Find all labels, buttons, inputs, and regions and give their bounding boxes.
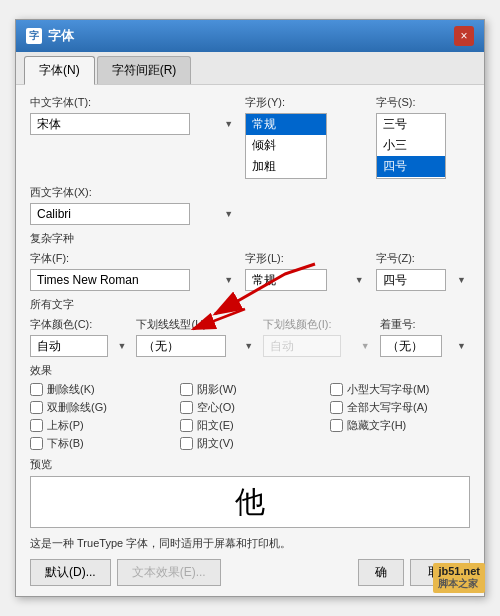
effect-subscript-label: 下标(B)	[47, 436, 84, 451]
size-option-small3[interactable]: 小三	[377, 135, 445, 156]
font-color-label: 字体颜色(C):	[30, 317, 130, 332]
font-color-arrow-icon: ▼	[118, 341, 127, 351]
complex-size-label: 字号(Z):	[376, 251, 470, 266]
effect-small-caps[interactable]: 小型大写字母(M)	[330, 382, 470, 397]
complex-shape-label: 字形(L):	[245, 251, 367, 266]
complex-font-label: 字体(F):	[30, 251, 237, 266]
footer-note: 这是一种 TrueType 字体，同时适用于屏幕和打印机。	[30, 536, 470, 551]
chinese-font-select[interactable]: 宋体	[30, 113, 190, 135]
watermark: jb51.net脚本之家	[433, 563, 485, 593]
tab-bar: 字体(N) 字符间距(R)	[16, 52, 484, 85]
emphasis-arrow-icon: ▼	[457, 341, 466, 351]
tab-character-spacing[interactable]: 字符间距(R)	[97, 56, 192, 84]
all-text-label: 所有文字	[30, 297, 470, 312]
effect-superscript-checkbox[interactable]	[30, 419, 43, 432]
effect-outline-checkbox[interactable]	[180, 401, 193, 414]
effect-double-strikethrough[interactable]: 双删除线(G)	[30, 400, 170, 415]
size-listbox[interactable]: 三号 小三 四号	[376, 113, 446, 179]
effect-subscript[interactable]: 下标(B)	[30, 436, 170, 451]
effect-strikethrough-label: 删除线(K)	[47, 382, 95, 397]
chinese-font-arrow: ▼	[224, 119, 233, 129]
shape-option-regular[interactable]: 常规	[246, 114, 326, 135]
underline-type-arrow-icon: ▼	[244, 341, 253, 351]
preview-label: 预览	[30, 457, 470, 472]
effect-shadow-label: 阴影(W)	[197, 382, 237, 397]
complex-font-arrow-icon: ▼	[224, 275, 233, 285]
default-button[interactable]: 默认(D)...	[30, 559, 111, 586]
western-font-label: 西文字体(X):	[30, 185, 237, 200]
tab-font[interactable]: 字体(N)	[24, 56, 95, 85]
effect-all-caps-checkbox[interactable]	[330, 401, 343, 414]
underline-type-label: 下划线线型(U):	[136, 317, 257, 332]
shape-option-italic[interactable]: 倾斜	[246, 135, 326, 156]
effect-superscript[interactable]: 上标(P)	[30, 418, 170, 433]
chinese-font-label: 中文字体(T):	[30, 95, 237, 110]
complex-font-section-label: 复杂字种	[30, 231, 470, 246]
effect-subscript-checkbox[interactable]	[30, 437, 43, 450]
effect-engrave-checkbox[interactable]	[180, 437, 193, 450]
effects-label: 效果	[30, 363, 470, 378]
underline-color-select: 自动	[263, 335, 341, 357]
window-title: 字体	[48, 27, 74, 45]
size-option-3[interactable]: 三号	[377, 114, 445, 135]
font-color-select[interactable]: 自动	[30, 335, 108, 357]
complex-shape-select[interactable]: 常规	[245, 269, 327, 291]
emphasis-select[interactable]: （无）	[380, 335, 442, 357]
western-font-select[interactable]: Calibri	[30, 203, 190, 225]
effects-grid: 删除线(K) 阴影(W) 小型大写字母(M) 双删除线(G)	[30, 382, 470, 451]
close-button[interactable]: ×	[454, 26, 474, 46]
font-dialog: 字 字体 × 字体(N) 字符间距(R) 中文字体(T): 宋体 ▼	[15, 19, 485, 597]
emphasis-label: 着重号:	[380, 317, 470, 332]
underline-type-select[interactable]: （无）	[136, 335, 226, 357]
effect-outline-label: 空心(O)	[197, 400, 235, 415]
effect-shadow[interactable]: 阴影(W)	[180, 382, 320, 397]
window-icon: 字	[26, 28, 42, 44]
underline-color-label: 下划线颜色(I):	[263, 317, 374, 332]
effect-strikethrough-checkbox[interactable]	[30, 383, 43, 396]
effect-emboss-label: 阳文(E)	[197, 418, 234, 433]
effect-strikethrough[interactable]: 删除线(K)	[30, 382, 170, 397]
preview-text: 他	[235, 482, 265, 523]
effect-small-caps-checkbox[interactable]	[330, 383, 343, 396]
effect-superscript-label: 上标(P)	[47, 418, 84, 433]
complex-font-select[interactable]: Times New Roman	[30, 269, 190, 291]
western-font-arrow: ▼	[224, 209, 233, 219]
underline-color-arrow-icon: ▼	[361, 341, 370, 351]
shape-listbox[interactable]: 常规 倾斜 加粗	[245, 113, 327, 179]
effect-small-caps-label: 小型大写字母(M)	[347, 382, 430, 397]
complex-shape-arrow-icon: ▼	[355, 275, 364, 285]
ok-button[interactable]: 确	[358, 559, 404, 586]
effect-emboss[interactable]: 阳文(E)	[180, 418, 320, 433]
effect-engrave-label: 阴文(V)	[197, 436, 234, 451]
complex-size-arrow-icon: ▼	[457, 275, 466, 285]
preview-box: 他	[30, 476, 470, 528]
effect-all-caps[interactable]: 全部大写字母(A)	[330, 400, 470, 415]
effect-emboss-checkbox[interactable]	[180, 419, 193, 432]
effect-all-caps-label: 全部大写字母(A)	[347, 400, 428, 415]
shape-label: 字形(Y):	[245, 95, 367, 110]
effect-hidden-label: 隐藏文字(H)	[347, 418, 406, 433]
effect-engrave[interactable]: 阴文(V)	[180, 436, 320, 451]
effect-double-strikethrough-label: 双删除线(G)	[47, 400, 107, 415]
shape-option-bold[interactable]: 加粗	[246, 156, 326, 177]
text-effects-button[interactable]: 文本效果(E)...	[117, 559, 221, 586]
effect-hidden[interactable]: 隐藏文字(H)	[330, 418, 470, 433]
size-label: 字号(S):	[376, 95, 470, 110]
complex-size-select[interactable]: 四号	[376, 269, 446, 291]
title-bar: 字 字体 ×	[16, 20, 484, 52]
effect-shadow-checkbox[interactable]	[180, 383, 193, 396]
buttons-row: 默认(D)... 文本效果(E)... 确 取消	[30, 559, 470, 586]
dialog-content: 中文字体(T): 宋体 ▼ 字形(Y): 常规 倾斜 加粗	[16, 85, 484, 596]
effect-hidden-checkbox[interactable]	[330, 419, 343, 432]
effect-outline[interactable]: 空心(O)	[180, 400, 320, 415]
effect-double-strikethrough-checkbox[interactable]	[30, 401, 43, 414]
size-option-4[interactable]: 四号	[377, 156, 445, 177]
